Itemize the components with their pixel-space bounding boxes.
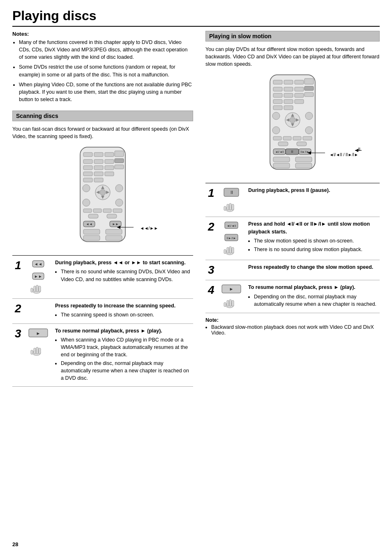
svg-text:◄I/◄II: ◄I/◄II [226, 224, 236, 228]
svg-marker-43 [117, 226, 120, 229]
svg-rect-31 [113, 209, 122, 212]
scanning-step-2-bullet-1: The scanning speed is shown on-screen. [61, 311, 191, 319]
hand-icon-3 [26, 345, 47, 357]
svg-rect-113 [232, 204, 234, 210]
svg-text:◄◄: ◄◄ [86, 222, 92, 226]
slow-rewind-icon: ◄I/◄II [224, 220, 238, 230]
svg-rect-49 [34, 286, 36, 292]
step-num-2: 2 [12, 299, 24, 323]
svg-rect-100 [273, 157, 290, 162]
slow-step-content-2: Press and hold ◄I/◄II or II►/I► until sl… [246, 217, 380, 260]
scanning-header: Scanning discs [12, 111, 193, 121]
svg-rect-4 [115, 151, 124, 157]
slow-motion-remote-svg: ◄I/◄II II►/I► II [260, 73, 325, 180]
svg-point-81 [290, 117, 295, 123]
step-num-3: 3 [12, 323, 24, 387]
svg-rect-32 [88, 214, 98, 218]
slow-step-icon-3 [217, 260, 246, 280]
svg-rect-89 [283, 136, 291, 140]
scanning-remote-svg: ◄◄ ►► [70, 145, 136, 252]
svg-rect-50 [36, 285, 38, 292]
scanning-step-1: 1 ◄◄ ►► [12, 256, 193, 299]
svg-point-21 [100, 189, 106, 195]
slow-motion-intro: You can play DVDs at four different slow… [205, 46, 380, 68]
svg-rect-51 [39, 286, 41, 292]
slow-step-icons-row-2: ◄I/◄II II►/I► [219, 220, 243, 242]
slow-step-content-3: Press repeatedly to change the slow moti… [246, 260, 380, 280]
svg-rect-130 [224, 302, 226, 307]
scanning-step-2-bullets: The scanning speed is shown on-screen. [55, 311, 191, 319]
svg-rect-111 [227, 204, 229, 210]
slow-motion-step-3: 3 Press repeatedly to change the slow mo… [205, 260, 380, 280]
svg-rect-1 [83, 152, 92, 157]
svg-rect-127 [227, 300, 229, 306]
pause-icon: II [223, 187, 240, 198]
svg-rect-63 [295, 80, 304, 84]
slow-step-2-bullet-1: The slow motion speed is shown on-screen… [254, 237, 377, 245]
step-icon-3: ► [24, 323, 53, 387]
slow-motion-note-item-1: Backward slow-motion playback does not w… [211, 324, 380, 336]
svg-rect-17 [94, 178, 103, 182]
notes-label: Notes: [12, 31, 193, 37]
svg-rect-56 [34, 348, 36, 354]
svg-rect-129 [232, 300, 234, 306]
svg-rect-5 [83, 159, 92, 164]
slow-step-num-3: 3 [205, 260, 217, 280]
svg-rect-102 [273, 163, 290, 168]
svg-rect-16 [83, 178, 92, 182]
slow-motion-note: Note: Backward slow-motion playback does… [205, 317, 380, 336]
svg-rect-8 [115, 159, 124, 163]
scanning-arrow-svg [117, 224, 140, 231]
svg-rect-76 [273, 106, 282, 110]
page-title: Playing discs [12, 8, 380, 27]
svg-text:◄◄: ◄◄ [34, 262, 42, 266]
step-content-2: Press repeatedly to increase the scannin… [53, 299, 193, 323]
svg-point-78 [272, 112, 280, 120]
svg-rect-114 [224, 206, 226, 210]
step-content-1: During playback, press ◄◄ or ►► to start… [53, 256, 193, 299]
slow-step-num-2: 2 [205, 217, 217, 260]
page-number: 28 [12, 541, 18, 547]
right-column: Playing in slow motion You can play DVDs… [205, 31, 380, 387]
svg-rect-65 [273, 87, 282, 91]
svg-text:►: ► [36, 331, 41, 336]
play-icon-slow: ► [221, 284, 242, 294]
svg-rect-71 [295, 93, 304, 97]
step-content-3: To resume normal playback, press ► (play… [53, 323, 193, 387]
svg-text:II►/I►: II►/I► [226, 236, 236, 240]
svg-rect-10 [94, 166, 103, 170]
svg-rect-74 [284, 99, 293, 104]
note-item-3: When playing Video CD, some of the funct… [19, 81, 193, 103]
svg-rect-33 [107, 214, 117, 218]
slow-step-num-4: 4 [205, 280, 217, 313]
slow-step-2-bullet-2: There is no sound during slow motion pla… [254, 246, 377, 253]
svg-rect-29 [93, 209, 101, 212]
scanning-step-3-bullets: When scanning a Video CD playing in PBC … [55, 336, 191, 382]
svg-rect-2 [94, 152, 103, 157]
scanning-step-1-title: During playback, press ◄◄ or ►► to start… [55, 259, 191, 266]
svg-rect-13 [83, 172, 92, 176]
slow-step-4-title: To resume normal playback, press ► (play… [248, 284, 377, 291]
slow-step-content-1: During playback, press II (pause). [246, 183, 380, 217]
svg-rect-64 [304, 78, 314, 84]
svg-point-79 [305, 112, 313, 120]
svg-rect-90 [293, 136, 301, 140]
svg-rect-57 [36, 347, 38, 354]
svg-rect-91 [303, 136, 312, 140]
svg-rect-66 [284, 87, 293, 91]
slow-step-1-title: During playback, press II (pause). [248, 187, 377, 194]
svg-rect-14 [94, 172, 103, 176]
hand-icon-1 [26, 283, 47, 295]
svg-rect-58 [39, 348, 41, 354]
svg-rect-61 [273, 80, 282, 84]
svg-rect-88 [273, 136, 281, 140]
svg-point-87 [305, 127, 313, 134]
scanning-intro: You can fast-scan discs forward or backw… [12, 125, 193, 140]
svg-point-86 [272, 127, 280, 134]
svg-point-18 [83, 185, 90, 192]
rewind-icon: ◄◄ [32, 259, 44, 269]
notes-list: Many of the functions covered in this ch… [12, 39, 193, 103]
slow-motion-note-label: Note: [205, 317, 380, 323]
notes-section: Notes: Many of the functions covered in … [12, 31, 193, 103]
svg-rect-93 [297, 142, 307, 146]
